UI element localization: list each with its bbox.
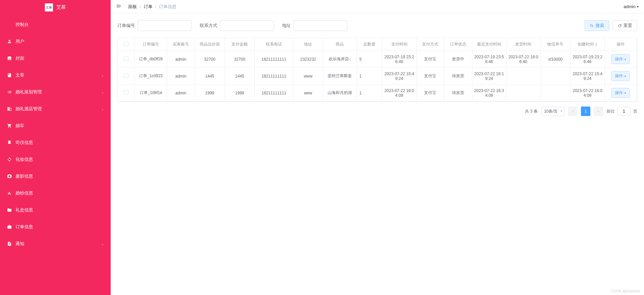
cell-pay-method: 支付宝 <box>416 68 444 85</box>
page-number-button[interactable]: 1 <box>581 107 590 116</box>
cell-order-no: 订单_108f1e <box>135 85 167 101</box>
col-latest-pay: 最迟支付时间 <box>472 38 506 51</box>
doc-icon <box>7 241 12 246</box>
jump-suffix: 页 <box>633 109 637 114</box>
orders-table: 订单编号 买家账号 商品总价值 支付金额 联系电话 地址 商品 总数量 支付时间… <box>117 38 637 102</box>
logo-area: 艾慕 艾慕 <box>0 0 111 15</box>
sidebar-item-label: 婚礼酒店管理 <box>16 106 42 112</box>
sort-icon: ▲▼ <box>595 42 598 47</box>
page-size-select[interactable]: 10条/页 <box>541 107 565 116</box>
form-label: 地址 <box>282 23 291 29</box>
row-checkbox[interactable] <box>124 90 129 95</box>
building-icon <box>7 106 12 112</box>
cell-total: 32700 <box>195 51 225 68</box>
pagination: 共 3 条 10条/页 ‹ 1 › 前往 页 <box>117 102 637 121</box>
cell-pay-method: 支付宝 <box>416 51 444 68</box>
chevron-down-icon: ⌄ <box>101 73 104 77</box>
select-all-checkbox[interactable] <box>124 41 129 46</box>
reset-button[interactable]: 重置 <box>613 20 637 31</box>
col-qty: 总数量 <box>357 38 382 51</box>
col-action: 操作 <box>605 38 637 51</box>
page-jump-input[interactable] <box>617 107 631 116</box>
address-input[interactable] <box>293 20 347 31</box>
sidebar-item[interactable]: 礼盒信息 <box>0 202 111 218</box>
breadcrumb-item[interactable]: 面板 <box>128 4 137 10</box>
caret-down-icon: ▾ <box>624 91 626 95</box>
prev-page-button[interactable]: ‹ <box>568 107 578 116</box>
cell-qty: 1 <box>357 68 382 85</box>
cell-buyer: admin <box>167 68 195 85</box>
sidebar-item[interactable]: 婚纱信息 <box>0 185 111 202</box>
total-count: 共 3 条 <box>525 109 537 114</box>
row-action-button[interactable]: 操作 ▾ <box>611 88 630 98</box>
image-icon <box>7 56 12 61</box>
sidebar-menu: 控制台用户封面文章⌄婚礼策划管理⌄婚礼酒店管理⌄婚车司仪信息化妆信息摄影信息婚纱… <box>0 15 111 252</box>
caret-down-icon: ▾ <box>624 75 626 78</box>
contact-input[interactable] <box>220 20 274 31</box>
next-page-button[interactable]: › <box>594 107 603 116</box>
form-item-address: 地址 <box>282 20 347 31</box>
cell-created: 2023-07-19 23:26:46 <box>570 51 605 68</box>
sidebar-item[interactable]: 摄影信息 <box>0 168 111 185</box>
cell-product: 欢乐海岸店-: <box>323 51 357 68</box>
sidebar-item-label: 封面 <box>16 55 24 61</box>
sidebar-item[interactable]: 封面 <box>0 50 111 67</box>
content: 订单编号 联系方式 地址 搜索 <box>111 13 644 127</box>
sidebar-item-label: 用户 <box>16 38 24 45</box>
form-item-contact: 联系方式 <box>200 20 274 31</box>
col-total: 商品总价值 <box>195 38 225 51</box>
sidebar-item[interactable]: 订单信息 <box>0 218 111 235</box>
row-action-button[interactable]: 操作 ▾ <box>611 71 630 81</box>
sidebar-item[interactable]: 控制台 <box>0 16 111 33</box>
camera-icon <box>7 174 12 179</box>
sidebar-item[interactable]: 用户 <box>0 33 111 50</box>
collapse-sidebar-button[interactable] <box>116 3 121 10</box>
breadcrumb-item[interactable]: 订单 <box>144 4 152 10</box>
col-status: 订单状态 <box>444 38 472 51</box>
cell-addr: www <box>293 68 323 85</box>
order-no-input[interactable] <box>138 20 192 31</box>
form-label: 订单编号 <box>117 23 135 29</box>
cell-action: 操作 ▾ <box>605 85 637 101</box>
top-header: 面板 / 订单 / 订单信息 admin ▾ <box>111 0 644 13</box>
search-button[interactable]: 搜索 <box>585 20 609 31</box>
sidebar-item[interactable]: 婚礼策划管理⌄ <box>0 84 111 100</box>
cell-phone: 18211111111 <box>255 68 293 85</box>
sidebar-item-label: 婚车 <box>16 123 24 129</box>
cell-order-no: 订单_1c0923 <box>135 68 167 85</box>
cell-phone: 18211111111 <box>255 85 293 101</box>
sidebar-item[interactable]: 化妆信息 <box>0 151 111 168</box>
sidebar-item-label: 控制台 <box>16 22 29 28</box>
reset-icon <box>618 24 622 28</box>
sidebar-item[interactable]: 婚礼酒店管理⌄ <box>0 100 111 117</box>
sidebar-item-label: 订单信息 <box>16 224 33 230</box>
cell-buyer: admin <box>167 51 195 68</box>
sidebar-item[interactable]: 婚车 <box>0 117 111 134</box>
sidebar-item[interactable]: 文章⌄ <box>0 67 111 84</box>
cell-qty: 5 <box>357 51 382 68</box>
breadcrumb-sep: / <box>155 4 157 9</box>
cell-paid: 1999 <box>225 85 255 101</box>
sidebar-item-label: 司仪信息 <box>16 140 33 146</box>
breadcrumb-sep: / <box>140 4 141 9</box>
sidebar-item-label: 文章 <box>16 72 24 78</box>
folder-icon <box>7 207 12 213</box>
row-action-button[interactable]: 操作 ▾ <box>611 54 630 64</box>
col-tracking: 物流单号 <box>540 38 570 51</box>
cell-action: 操作 ▾ <box>605 51 637 68</box>
breadcrumb: 面板 / 订单 / 订单信息 <box>128 4 176 10</box>
sidebar-item[interactable]: 通知⌄ <box>0 235 111 252</box>
col-created-sortable[interactable]: 创建时间▲▼ <box>570 38 605 51</box>
cell-ship-time <box>506 68 540 85</box>
cell-latest-pay: 2023-07-22 16:34:09 <box>472 85 506 101</box>
cell-status: 发货中 <box>444 51 472 68</box>
row-checkbox[interactable] <box>124 56 129 61</box>
cell-paid: 32700 <box>225 51 255 68</box>
row-checkbox[interactable] <box>124 73 129 78</box>
sidebar-item[interactable]: 司仪信息 <box>0 134 111 151</box>
cell-pay-time: 2023-07-22 16:04:09 <box>382 85 416 101</box>
col-buyer: 买家账号 <box>167 38 195 51</box>
col-paid: 支付金额 <box>225 38 255 51</box>
user-dropdown[interactable]: admin ▾ <box>624 4 639 9</box>
cell-total: 1445 <box>195 68 225 85</box>
